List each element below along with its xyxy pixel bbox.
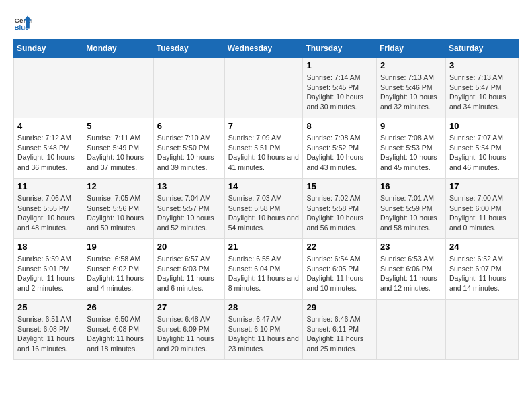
day-number: 15 (306, 181, 373, 191)
day-info: Sunrise: 7:06 AM Sunset: 5:55 PM Dayligh… (17, 193, 79, 233)
calendar-cell: 20Sunrise: 6:57 AM Sunset: 6:03 PM Dayli… (153, 239, 224, 300)
calendar-cell: 2Sunrise: 7:13 AM Sunset: 5:46 PM Daylig… (376, 58, 445, 118)
day-number: 28 (228, 302, 300, 312)
calendar-cell: 18Sunrise: 6:59 AM Sunset: 6:01 PM Dayli… (14, 239, 83, 300)
day-number: 18 (17, 242, 79, 252)
calendar-cell (376, 300, 445, 360)
day-info: Sunrise: 6:52 AM Sunset: 6:07 PM Dayligh… (449, 254, 515, 293)
day-info: Sunrise: 7:01 AM Sunset: 5:59 PM Dayligh… (380, 193, 442, 233)
day-number: 1 (306, 60, 373, 71)
day-number: 26 (87, 302, 149, 312)
day-number: 10 (449, 121, 515, 131)
day-number: 24 (449, 242, 515, 252)
calendar-cell: 3Sunrise: 7:13 AM Sunset: 5:47 PM Daylig… (445, 58, 518, 118)
calendar-cell: 19Sunrise: 6:58 AM Sunset: 6:02 PM Dayli… (83, 239, 153, 300)
calendar-cell: 21Sunrise: 6:55 AM Sunset: 6:04 PM Dayli… (224, 239, 303, 300)
calendar-cell: 4Sunrise: 7:12 AM Sunset: 5:48 PM Daylig… (14, 118, 83, 179)
calendar-cell (14, 58, 83, 118)
day-info: Sunrise: 7:13 AM Sunset: 5:46 PM Dayligh… (380, 73, 442, 112)
calendar-cell: 1Sunrise: 7:14 AM Sunset: 5:45 PM Daylig… (303, 58, 377, 118)
day-info: Sunrise: 7:07 AM Sunset: 5:54 PM Dayligh… (449, 133, 515, 173)
calendar-cell: 24Sunrise: 6:52 AM Sunset: 6:07 PM Dayli… (445, 239, 518, 300)
calendar-cell: 27Sunrise: 6:48 AM Sunset: 6:09 PM Dayli… (153, 300, 224, 360)
day-info: Sunrise: 6:46 AM Sunset: 6:11 PM Dayligh… (306, 314, 373, 354)
calendar-cell: 5Sunrise: 7:11 AM Sunset: 5:49 PM Daylig… (83, 118, 153, 179)
calendar-cell: 16Sunrise: 7:01 AM Sunset: 5:59 PM Dayli… (376, 179, 445, 239)
calendar-cell (83, 58, 153, 118)
weekday-header-tuesday: Tuesday (153, 40, 224, 58)
day-number: 22 (306, 242, 373, 252)
calendar-cell: 6Sunrise: 7:10 AM Sunset: 5:50 PM Daylig… (153, 118, 224, 179)
weekday-header-sunday: Sunday (14, 40, 83, 58)
weekday-header-wednesday: Wednesday (224, 40, 303, 58)
logo-icon: General Blue (13, 13, 32, 32)
day-info: Sunrise: 7:04 AM Sunset: 5:57 PM Dayligh… (157, 193, 221, 233)
calendar-cell: 12Sunrise: 7:05 AM Sunset: 5:56 PM Dayli… (83, 179, 153, 239)
day-number: 25 (17, 302, 79, 312)
calendar-cell: 29Sunrise: 6:46 AM Sunset: 6:11 PM Dayli… (303, 300, 377, 360)
calendar-cell: 26Sunrise: 6:50 AM Sunset: 6:08 PM Dayli… (83, 300, 153, 360)
day-number: 20 (157, 242, 221, 252)
day-number: 19 (87, 242, 149, 252)
page-header: General Blue (13, 13, 519, 32)
weekday-header-friday: Friday (376, 40, 445, 58)
calendar-week-row: 25Sunrise: 6:51 AM Sunset: 6:08 PM Dayli… (14, 300, 519, 360)
day-info: Sunrise: 7:08 AM Sunset: 5:52 PM Dayligh… (306, 133, 373, 173)
day-number: 23 (380, 242, 442, 252)
day-info: Sunrise: 7:00 AM Sunset: 6:00 PM Dayligh… (449, 193, 515, 233)
day-info: Sunrise: 7:09 AM Sunset: 5:51 PM Dayligh… (228, 133, 300, 173)
day-info: Sunrise: 7:03 AM Sunset: 5:58 PM Dayligh… (228, 193, 300, 233)
calendar-cell: 10Sunrise: 7:07 AM Sunset: 5:54 PM Dayli… (445, 118, 518, 179)
day-number: 13 (157, 181, 221, 191)
day-info: Sunrise: 7:05 AM Sunset: 5:56 PM Dayligh… (87, 193, 149, 233)
day-info: Sunrise: 6:50 AM Sunset: 6:08 PM Dayligh… (87, 314, 149, 354)
day-info: Sunrise: 7:14 AM Sunset: 5:45 PM Dayligh… (306, 73, 373, 112)
day-number: 9 (380, 121, 442, 131)
weekday-header-monday: Monday (83, 40, 153, 58)
calendar-cell: 13Sunrise: 7:04 AM Sunset: 5:57 PM Dayli… (153, 179, 224, 239)
day-number: 21 (228, 242, 300, 252)
day-info: Sunrise: 6:58 AM Sunset: 6:02 PM Dayligh… (87, 254, 149, 293)
day-info: Sunrise: 6:55 AM Sunset: 6:04 PM Dayligh… (228, 254, 300, 293)
day-info: Sunrise: 7:10 AM Sunset: 5:50 PM Dayligh… (157, 133, 221, 173)
day-number: 11 (17, 181, 79, 191)
day-number: 4 (17, 121, 79, 131)
calendar-cell: 28Sunrise: 6:47 AM Sunset: 6:10 PM Dayli… (224, 300, 303, 360)
calendar-cell: 9Sunrise: 7:08 AM Sunset: 5:53 PM Daylig… (376, 118, 445, 179)
day-number: 14 (228, 181, 300, 191)
day-number: 16 (380, 181, 442, 191)
day-number: 3 (449, 60, 515, 71)
day-number: 5 (87, 121, 149, 131)
weekday-header-row: SundayMondayTuesdayWednesdayThursdayFrid… (14, 40, 519, 58)
day-info: Sunrise: 6:48 AM Sunset: 6:09 PM Dayligh… (157, 314, 221, 354)
calendar-cell: 7Sunrise: 7:09 AM Sunset: 5:51 PM Daylig… (224, 118, 303, 179)
calendar-cell: 14Sunrise: 7:03 AM Sunset: 5:58 PM Dayli… (224, 179, 303, 239)
calendar-cell: 11Sunrise: 7:06 AM Sunset: 5:55 PM Dayli… (14, 179, 83, 239)
calendar-cell (153, 58, 224, 118)
calendar-cell: 17Sunrise: 7:00 AM Sunset: 6:00 PM Dayli… (445, 179, 518, 239)
calendar-cell: 8Sunrise: 7:08 AM Sunset: 5:52 PM Daylig… (303, 118, 377, 179)
calendar-cell (445, 300, 518, 360)
day-info: Sunrise: 6:47 AM Sunset: 6:10 PM Dayligh… (228, 314, 300, 354)
day-number: 17 (449, 181, 515, 191)
day-info: Sunrise: 6:59 AM Sunset: 6:01 PM Dayligh… (17, 254, 79, 293)
calendar-cell: 23Sunrise: 6:53 AM Sunset: 6:06 PM Dayli… (376, 239, 445, 300)
day-number: 27 (157, 302, 221, 312)
day-info: Sunrise: 7:13 AM Sunset: 5:47 PM Dayligh… (449, 73, 515, 112)
calendar-week-row: 18Sunrise: 6:59 AM Sunset: 6:01 PM Dayli… (14, 239, 519, 300)
day-info: Sunrise: 7:02 AM Sunset: 5:58 PM Dayligh… (306, 193, 373, 233)
calendar-week-row: 4Sunrise: 7:12 AM Sunset: 5:48 PM Daylig… (14, 118, 519, 179)
day-info: Sunrise: 6:51 AM Sunset: 6:08 PM Dayligh… (17, 314, 79, 354)
day-number: 12 (87, 181, 149, 191)
day-info: Sunrise: 7:12 AM Sunset: 5:48 PM Dayligh… (17, 133, 79, 173)
day-number: 7 (228, 121, 300, 131)
day-info: Sunrise: 7:08 AM Sunset: 5:53 PM Dayligh… (380, 133, 442, 173)
day-number: 29 (306, 302, 373, 312)
day-number: 2 (380, 60, 442, 71)
calendar-cell: 15Sunrise: 7:02 AM Sunset: 5:58 PM Dayli… (303, 179, 377, 239)
weekday-header-saturday: Saturday (445, 40, 518, 58)
day-info: Sunrise: 6:53 AM Sunset: 6:06 PM Dayligh… (380, 254, 442, 293)
logo: General Blue (13, 13, 35, 32)
day-info: Sunrise: 6:57 AM Sunset: 6:03 PM Dayligh… (157, 254, 221, 293)
day-number: 6 (157, 121, 221, 131)
